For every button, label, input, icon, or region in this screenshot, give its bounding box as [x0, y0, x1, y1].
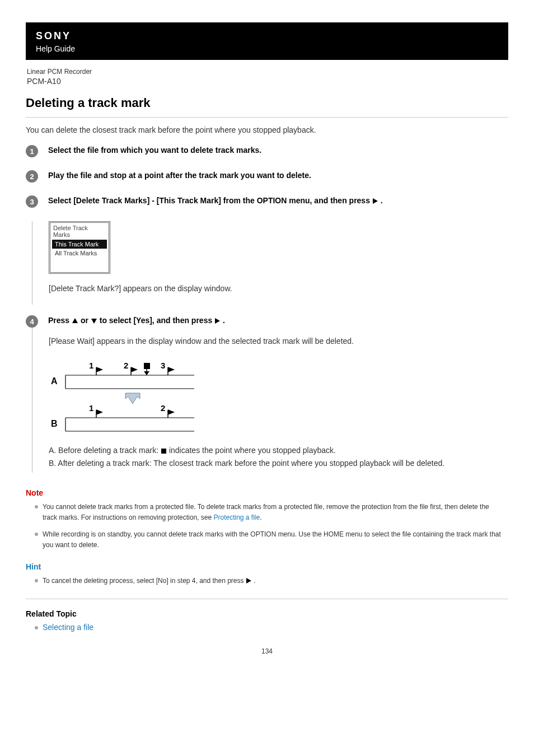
- step-number: 3: [26, 195, 38, 208]
- note-text-suffix: .: [260, 514, 261, 521]
- svg-text:2: 2: [124, 361, 128, 370]
- step-heading-post: .: [223, 316, 225, 325]
- menu-screenshot: Delete Track Marks This Track Mark All T…: [49, 221, 110, 274]
- note-list: You cannot delete track marks from a pro…: [26, 502, 508, 550]
- track-mark-diagram: A 1 2 3 B: [49, 356, 508, 435]
- menu-item: All Track Marks: [52, 249, 107, 258]
- page-number: 134: [26, 647, 508, 655]
- hint-text: To cancel the deleting process, select […: [43, 577, 244, 585]
- step-heading-mid2: to select [Yes], and then press: [100, 316, 213, 325]
- diagram-caption-a: A. Before deleting a track mark: indicat…: [49, 445, 508, 456]
- related-topic-heading: Related Topic: [26, 609, 508, 618]
- svg-marker-9: [144, 371, 149, 375]
- caption-a-post: indicates the point where you stopped pl…: [169, 446, 336, 455]
- page-title: Deleting a track mark: [26, 96, 508, 110]
- brand-logo: SONY: [36, 30, 498, 42]
- step-heading-text: Select [Delete Track Marks] - [This Trac…: [48, 196, 370, 205]
- step-subtext: [Delete Track Mark?] appears on the disp…: [49, 283, 508, 295]
- note-item: You cannot delete track marks from a pro…: [35, 502, 505, 522]
- menu-selected-item: This Track Mark: [52, 240, 107, 249]
- play-icon: [246, 578, 251, 584]
- step-number: 2: [26, 170, 38, 183]
- hint-heading: Hint: [26, 562, 508, 571]
- step-heading: Select [Delete Track Marks] - [This Trac…: [48, 195, 508, 207]
- svg-marker-10: [125, 393, 140, 404]
- product-line: Linear PCM Recorder: [27, 68, 508, 76]
- step-heading-pre: Press: [48, 316, 69, 325]
- header-bar: SONY Help Guide: [26, 22, 508, 60]
- svg-text:3: 3: [161, 361, 165, 370]
- step-1: 1 Select the file from which you want to…: [26, 144, 508, 157]
- play-icon: [215, 318, 220, 324]
- svg-text:1: 1: [89, 361, 93, 370]
- selecting-file-link[interactable]: Selecting a file: [43, 623, 93, 632]
- related-topic-item: Selecting a file: [35, 623, 508, 632]
- related-topic-list: Selecting a file: [26, 623, 508, 632]
- step-subtext: [Please Wait] appears in the display win…: [49, 335, 508, 347]
- step-heading-mid: or: [81, 316, 88, 325]
- divider: [26, 117, 508, 118]
- svg-text:2: 2: [161, 403, 165, 413]
- step-3-body: Delete Track Marks This Track Mark All T…: [32, 221, 508, 305]
- note-heading: Note: [26, 488, 508, 497]
- up-icon: [72, 318, 78, 323]
- step-number: 4: [26, 315, 38, 328]
- svg-rect-7: [144, 363, 150, 369]
- play-icon: [373, 198, 378, 204]
- step-2: 2 Play the file and stop at a point afte…: [26, 170, 508, 183]
- step-heading-suffix: .: [381, 196, 383, 205]
- menu-title: Delete Track Marks: [50, 223, 109, 240]
- help-guide-label: Help Guide: [36, 44, 75, 53]
- step-3: 3 Select [Delete Track Marks] - [This Tr…: [26, 195, 508, 208]
- diagram-caption-b: B. After deleting a track mark: The clos…: [49, 458, 508, 469]
- divider: [26, 599, 508, 599]
- step-heading: Select the file from which you want to d…: [48, 144, 508, 156]
- step-4: 4 Press or to select [Yes], and then pre…: [26, 315, 508, 328]
- caption-a-pre: A. Before deleting a track mark:: [49, 446, 161, 455]
- hint-list: To cancel the deleting process, select […: [26, 576, 508, 586]
- hint-item: To cancel the deleting process, select […: [35, 576, 505, 586]
- svg-text:A: A: [51, 376, 58, 386]
- intro-text: You can delete the closest track mark be…: [26, 125, 508, 134]
- svg-text:1: 1: [89, 403, 93, 413]
- note-text: You cannot delete track marks from a pro…: [43, 503, 489, 521]
- step-number: 1: [26, 145, 38, 157]
- step-4-body: [Please Wait] appears in the display win…: [32, 328, 508, 473]
- down-icon: [91, 319, 97, 324]
- note-item: While recording is on standby, you canno…: [35, 529, 505, 550]
- stop-icon: [161, 449, 166, 454]
- product-model: PCM-A10: [27, 77, 508, 86]
- svg-text:B: B: [51, 419, 58, 428]
- step-heading: Press or to select [Yes], and then press…: [48, 315, 508, 326]
- hint-text-suffix: .: [254, 577, 255, 585]
- protecting-file-link[interactable]: Protecting a file: [213, 514, 260, 521]
- step-heading: Play the file and stop at a point after …: [48, 170, 508, 181]
